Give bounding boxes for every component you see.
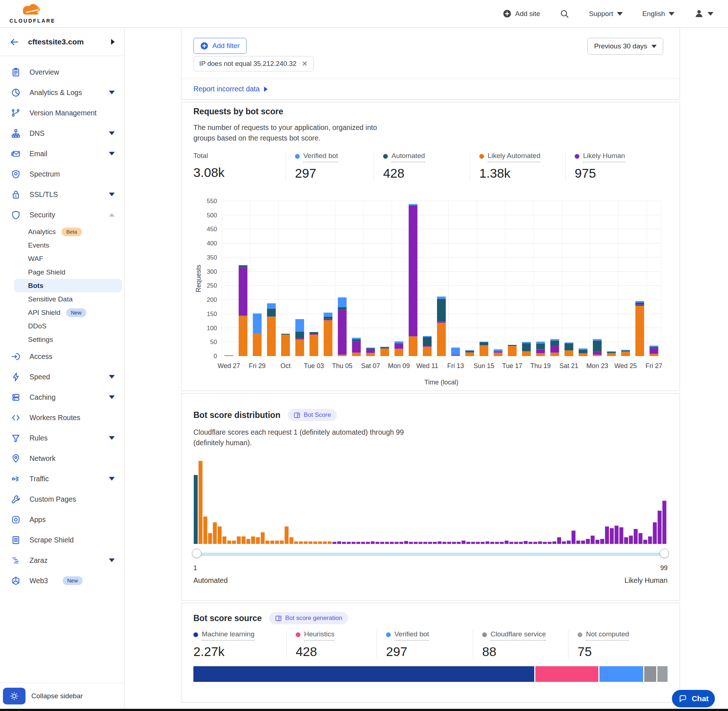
sidebar-item-apps[interactable]: Apps xyxy=(0,509,124,530)
bar-segment xyxy=(650,348,659,354)
sidebar-item-access[interactable]: Access xyxy=(0,346,124,367)
slider-handle-min[interactable] xyxy=(192,549,201,558)
bottom-edge-strip xyxy=(0,709,728,711)
bar-segment xyxy=(508,346,517,356)
svg-text:Sat 07: Sat 07 xyxy=(361,362,380,370)
slider-values: 1 99 xyxy=(193,564,667,572)
sidebar-item-page-shield[interactable]: Page Shield xyxy=(0,266,124,279)
sidebar-item-ssl-tls[interactable]: SSL/TLS xyxy=(0,184,124,205)
cloudflare-logo[interactable]: CLOUDFLARE xyxy=(9,4,55,23)
report-incorrect-data-link[interactable]: Report incorrect data xyxy=(193,85,268,93)
stat-likely-automated: Likely Automated1.38k xyxy=(470,152,565,181)
histogram-bar xyxy=(361,542,365,544)
sidebar-item-ddos[interactable]: DDoS xyxy=(0,319,124,333)
sidebar-item-scrape-shield[interactable]: Scrape Shield xyxy=(0,530,124,550)
sidebar-item-rules[interactable]: Rules xyxy=(0,428,124,448)
account-menu[interactable] xyxy=(694,9,713,19)
histogram-bar xyxy=(366,542,370,544)
bar-segment xyxy=(224,355,233,356)
histogram-bar xyxy=(284,527,288,544)
bar-segment xyxy=(310,335,318,356)
sidebar-item-caching[interactable]: Caching xyxy=(0,387,124,407)
collapse-sidebar-label[interactable]: Collapse sidebar xyxy=(31,692,83,700)
histogram-bar xyxy=(514,542,518,544)
histogram-bar xyxy=(586,539,590,544)
sidebar-item-zaraz[interactable]: Zaraz xyxy=(0,550,124,571)
sidebar-item-workers-routes[interactable]: Workers Routes xyxy=(0,407,124,428)
sidebar-item-api-shield[interactable]: API ShieldNew xyxy=(0,306,124,319)
chat-label: Chat xyxy=(692,694,709,703)
sidebar-nav: OverviewAnalytics & LogsVersion Manageme… xyxy=(0,56,124,682)
svg-text:Oct: Oct xyxy=(281,362,291,370)
bar-segment xyxy=(451,347,460,354)
histogram-bar xyxy=(562,541,566,544)
histogram-bar xyxy=(557,537,561,544)
date-range-dropdown[interactable]: Previous 30 days xyxy=(588,38,663,55)
stat-label[interactable]: Likely Human xyxy=(583,152,625,162)
sidebar-item-email[interactable]: Email xyxy=(0,143,124,164)
svg-text:350: 350 xyxy=(207,254,217,261)
histogram-bar xyxy=(400,542,403,544)
slider-labels: Automated Likely Human xyxy=(193,576,667,585)
bar-segment xyxy=(394,344,403,348)
language-menu[interactable]: English xyxy=(642,10,675,18)
sidebar-item-speed[interactable]: Speed xyxy=(0,367,124,387)
bot-score-badge[interactable]: Bot Score xyxy=(288,409,337,421)
card-title: Bot score source xyxy=(193,614,262,623)
sidebar-item-network[interactable]: Network xyxy=(0,448,124,469)
stat-label[interactable]: Verified bot xyxy=(303,152,338,162)
bar-segment xyxy=(550,341,559,346)
sidebar-item-traffic[interactable]: Traffic xyxy=(0,469,124,489)
stat-label[interactable]: Heuristics xyxy=(304,630,334,641)
sidebar-item-security[interactable]: Security xyxy=(0,205,124,225)
site-name[interactable]: cftestsite3.com xyxy=(28,37,84,46)
sidebar-item-analytics[interactable]: AnalyticsBeta xyxy=(0,225,124,239)
histogram-bar xyxy=(576,540,580,544)
slider-handle-max[interactable] xyxy=(660,549,669,558)
sidebar-item-label: Sensitive Data xyxy=(28,295,73,303)
support-menu[interactable]: Support xyxy=(589,10,623,18)
bar-segment xyxy=(579,350,588,353)
chevron-down-icon xyxy=(109,477,115,481)
add-site-button[interactable]: Add site xyxy=(503,9,540,18)
stat-label[interactable]: Cloudflare service xyxy=(490,630,546,641)
stat-label[interactable]: Verified bot xyxy=(394,630,429,641)
histogram-bar xyxy=(529,542,532,544)
sidebar-item-settings[interactable]: Settings xyxy=(0,333,124,346)
svg-text:100: 100 xyxy=(207,325,217,331)
add-filter-button[interactable]: Add filter xyxy=(193,38,247,54)
bot-score-generation-badge[interactable]: Bot score generation xyxy=(269,612,348,624)
stat-label[interactable]: Likely Automated xyxy=(488,152,540,162)
pin-icon xyxy=(11,454,21,463)
sidebar-item-dns[interactable]: DNS xyxy=(0,123,124,143)
chat-button[interactable]: Chat xyxy=(672,690,715,707)
settings-gear-button[interactable] xyxy=(3,688,25,704)
stat-label[interactable]: Not computed xyxy=(586,630,629,641)
chevron-right-icon[interactable] xyxy=(111,39,115,45)
close-icon[interactable]: ✕ xyxy=(301,59,308,68)
search-button[interactable] xyxy=(560,9,569,19)
chevron-down-icon xyxy=(109,131,115,135)
sidebar-item-bots[interactable]: Bots xyxy=(14,279,122,292)
sidebar-item-spectrum[interactable]: Spectrum xyxy=(0,164,124,184)
bar-segment xyxy=(494,353,502,356)
histogram-bar xyxy=(218,527,222,544)
funnel-icon xyxy=(11,433,21,443)
histogram-bar xyxy=(581,540,585,544)
card-description: Cloudflare scores each request 1 (defini… xyxy=(193,427,405,448)
sidebar-item-custom-pages[interactable]: Custom Pages xyxy=(0,489,124,509)
sidebar-item-web3[interactable]: Web3New xyxy=(0,571,124,591)
stat-label[interactable]: Automated xyxy=(391,152,425,162)
histogram-bar xyxy=(213,522,217,544)
histogram-bar xyxy=(313,541,317,544)
sidebar-item-overview[interactable]: Overview xyxy=(0,62,124,82)
stat-label[interactable]: Machine learning xyxy=(202,630,255,641)
filter-chip[interactable]: IP does not equal 35.212.240.32 ✕ xyxy=(193,56,313,71)
sidebar-item-analytics-logs[interactable]: Analytics & Logs xyxy=(0,82,124,103)
sidebar-item-waf[interactable]: WAF xyxy=(0,252,124,266)
sidebar-item-version-management[interactable]: Version Management xyxy=(0,103,124,123)
back-arrow-icon[interactable] xyxy=(9,37,19,47)
sidebar-item-sensitive-data[interactable]: Sensitive Data xyxy=(0,292,124,306)
slider-track[interactable] xyxy=(194,553,667,556)
sidebar-item-events[interactable]: Events xyxy=(0,239,124,252)
